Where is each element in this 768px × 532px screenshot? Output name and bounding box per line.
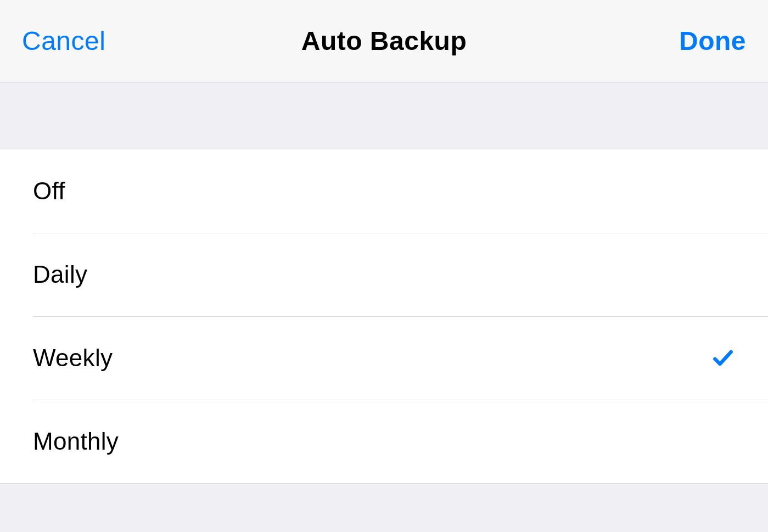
section-spacer (0, 82, 768, 149)
option-label: Weekly (33, 344, 113, 372)
option-monthly[interactable]: Monthly (0, 400, 768, 483)
option-daily[interactable]: Daily (0, 233, 768, 316)
options-list: Off Daily Weekly Monthly (0, 149, 768, 484)
nav-right: Done (565, 26, 746, 56)
option-off[interactable]: Off (0, 149, 768, 233)
checkmark-icon (711, 346, 735, 370)
option-label: Monthly (33, 428, 119, 455)
navbar: Cancel Auto Backup Done (0, 0, 768, 82)
page-title: Auto Backup (301, 26, 467, 55)
option-label: Off (33, 177, 65, 205)
footer-spacer (0, 484, 768, 532)
done-button[interactable]: Done (679, 26, 746, 55)
nav-center: Auto Backup (203, 26, 565, 56)
cancel-button[interactable]: Cancel (22, 26, 105, 55)
option-weekly[interactable]: Weekly (0, 316, 768, 400)
nav-left: Cancel (22, 26, 203, 56)
option-label: Daily (33, 261, 87, 288)
